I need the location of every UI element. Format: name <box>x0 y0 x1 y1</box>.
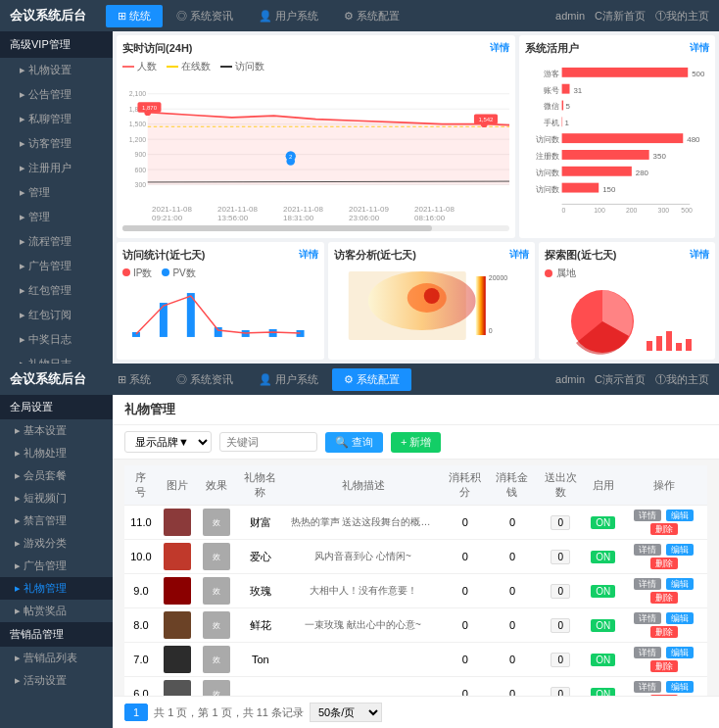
svg-text:访问数: 访问数 <box>536 185 559 194</box>
cell-effect: 效 <box>197 506 236 540</box>
china-map-svg: 20000 0 <box>334 267 530 345</box>
sidebar-item-manage1[interactable]: ▸ 管理 <box>0 180 113 205</box>
cell-seq: 6.0 <box>124 677 158 697</box>
edit-btn[interactable]: 编辑 <box>666 647 694 658</box>
top-tab-1[interactable]: ◎ 系统资讯 <box>165 5 245 27</box>
svg-text:200: 200 <box>626 207 638 214</box>
top-tab-0[interactable]: ⊞ 统统 <box>106 5 163 27</box>
sidebar-item-gift-log[interactable]: ▸ 礼物日志 <box>0 352 113 364</box>
delete-btn[interactable]: 删除 <box>650 660 678 672</box>
page-1-btn[interactable]: 1 <box>124 704 148 721</box>
visit-analysis-title: 访客分析(近七天) 详情 <box>334 248 530 263</box>
sidebar-marketing-list[interactable]: ▸ 营销品列表 <box>0 647 113 669</box>
bottom-tab-0[interactable]: ⊞ 系统 <box>106 368 163 391</box>
bottom-sidebar-global: 全局设置 <box>0 395 113 419</box>
svg-text:1,200: 1,200 <box>129 136 146 143</box>
enabled-badge[interactable]: ON <box>591 551 615 563</box>
detail-btn[interactable]: 详情 <box>634 681 661 693</box>
enabled-badge[interactable]: ON <box>591 516 615 529</box>
bottom-action1[interactable]: C演示首页 <box>595 372 646 387</box>
enabled-badge[interactable]: ON <box>591 688 615 696</box>
search-button[interactable]: 🔍 查询 <box>325 432 383 453</box>
svg-text:900: 900 <box>135 151 147 158</box>
edit-btn[interactable]: 编辑 <box>666 681 694 693</box>
detail-btn[interactable]: 详情 <box>634 510 661 521</box>
cell-seq: 9.0 <box>124 574 158 608</box>
svg-text:600: 600 <box>135 167 147 173</box>
top-action2[interactable]: ①我的主页 <box>655 9 709 24</box>
delete-btn[interactable]: 删除 <box>650 558 678 569</box>
per-page-select[interactable]: 50条/页 100条/页 <box>310 703 382 722</box>
add-button[interactable]: + 新增 <box>391 432 441 453</box>
svg-text:1,870: 1,870 <box>142 105 158 111</box>
sidebar-membership[interactable]: ▸ 会员套餐 <box>0 464 113 487</box>
svg-text:0: 0 <box>488 327 492 334</box>
x-label-4: 2021-11-09 23:06:00 <box>349 205 414 222</box>
brand-select[interactable]: 显示品牌▼ <box>124 431 212 453</box>
sidebar-item-announcement[interactable]: ▸ 公告管理 <box>0 82 113 107</box>
sidebar-activity[interactable]: ▸ 活动设置 <box>0 669 113 692</box>
cell-effect: 效 <box>197 677 236 697</box>
svg-rect-39 <box>562 133 684 143</box>
visit-stats-detail[interactable]: 详情 <box>299 248 318 263</box>
search-icon: 🔍 <box>335 436 349 449</box>
system-users-title: 系统活用户 详情 <box>525 41 709 56</box>
enabled-badge[interactable]: ON <box>591 654 615 666</box>
cell-money: 0 <box>489 506 536 540</box>
svg-rect-33 <box>562 101 563 111</box>
top-tab-2[interactable]: 👤 用户系统 <box>247 5 330 27</box>
bottom-tab-1[interactable]: ◎ 系统资讯 <box>165 368 245 391</box>
delete-btn[interactable]: 删除 <box>650 523 678 535</box>
sidebar-mute[interactable]: ▸ 禁言管理 <box>0 510 113 532</box>
sidebar-reward[interactable]: ▸ 帖赏奖品 <box>0 600 113 622</box>
sidebar-item-visitor[interactable]: ▸ 访客管理 <box>0 131 113 156</box>
table-row: 8.0 效 鲜花 一束玫瑰 献出心中的心意~ 0 0 0 ON 详情 编辑 删除 <box>124 608 707 643</box>
top-tab-3[interactable]: ⚙ 系统配置 <box>332 5 411 27</box>
svg-text:访问数: 访问数 <box>536 169 559 177</box>
detail-btn[interactable]: 详情 <box>634 578 661 590</box>
cell-count: 0 <box>536 506 585 540</box>
detail-btn[interactable]: 详情 <box>634 612 661 624</box>
search-input[interactable] <box>219 432 317 452</box>
sidebar-short-video[interactable]: ▸ 短视频门 <box>0 487 113 510</box>
sidebar-item-register[interactable]: ▸ 注册用户 <box>0 156 113 180</box>
sidebar-basic-settings[interactable]: ▸ 基本设置 <box>0 419 113 442</box>
bottom-tab-2[interactable]: 👤 用户系统 <box>247 368 330 391</box>
edit-btn[interactable]: 编辑 <box>666 612 694 624</box>
sidebar-item-lottery-log[interactable]: ▸ 中奖日志 <box>0 327 113 352</box>
enabled-badge[interactable]: ON <box>591 585 615 598</box>
sidebar-item-redpacket[interactable]: ▸ 红包管理 <box>0 278 113 303</box>
top-user: admin <box>555 10 585 22</box>
cell-name: 爱心 <box>236 540 285 574</box>
sidebar-item-manage2[interactable]: ▸ 管理 <box>0 205 113 229</box>
enabled-badge[interactable]: ON <box>591 619 615 632</box>
detail-btn[interactable]: 详情 <box>634 544 661 556</box>
sidebar-item-private-chat[interactable]: ▸ 私聊管理 <box>0 107 113 131</box>
edit-btn[interactable]: 编辑 <box>666 510 694 521</box>
bottom-action2[interactable]: ①我的主页 <box>655 372 709 387</box>
delete-btn[interactable]: 删除 <box>650 626 678 638</box>
sidebar-game-category[interactable]: ▸ 游戏分类 <box>0 532 113 555</box>
edit-btn[interactable]: 编辑 <box>666 578 694 590</box>
top-action1[interactable]: C清新首页 <box>595 9 646 24</box>
radar-detail[interactable]: 详情 <box>690 248 709 263</box>
line-chart-detail[interactable]: 详情 <box>490 41 509 56</box>
bottom-tab-3[interactable]: ⚙ 系统配置 <box>332 368 411 391</box>
sidebar-item-process[interactable]: ▸ 流程管理 <box>0 229 113 254</box>
sidebar-item-ad[interactable]: ▸ 广告管理 <box>0 254 113 278</box>
sidebar-item-gift-settings[interactable]: ▸ 礼物设置 <box>0 58 113 82</box>
radar-chart-box: 探索图(近七天) 详情 属地 <box>539 242 715 360</box>
detail-btn[interactable]: 详情 <box>634 647 661 658</box>
sidebar-item-redpacket-sub[interactable]: ▸ 红包订阅 <box>0 303 113 327</box>
sidebar-ad-manage[interactable]: ▸ 广告管理 <box>0 555 113 577</box>
sidebar-gift-processing[interactable]: ▸ 礼物处理 <box>0 442 113 464</box>
svg-rect-72 <box>656 336 662 351</box>
visit-analysis-detail[interactable]: 详情 <box>509 248 529 263</box>
table-row: 6.0 效 0 0 0 ON 详情 编辑 删除 <box>124 677 707 697</box>
sidebar-gift-manage[interactable]: ▸ 礼物管理 <box>0 577 113 600</box>
pagination: 1 共 1 页，第 1 页，共 11 条记录 50条/页 100条/页 <box>113 696 719 728</box>
delete-btn[interactable]: 删除 <box>650 592 678 604</box>
edit-btn[interactable]: 编辑 <box>666 544 694 556</box>
svg-text:100: 100 <box>594 207 605 214</box>
system-users-detail[interactable]: 详情 <box>690 41 709 56</box>
